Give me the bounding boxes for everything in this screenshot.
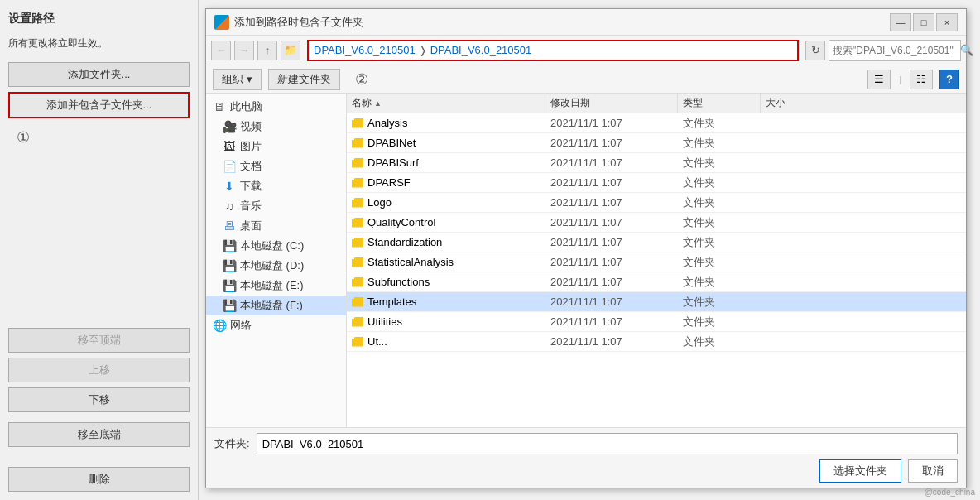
nav-item-image[interactable]: 🖼 图片 <box>206 137 346 156</box>
nav-item-network[interactable]: 🌐 网络 <box>206 315 346 335</box>
move-down-button[interactable]: 下移 <box>8 387 190 412</box>
table-row[interactable]: StatisticalAnalysis 2021/11/1 1:07 文件夹 <box>347 252 966 272</box>
move-up-button[interactable]: 上移 <box>8 358 190 382</box>
circle-label-2: ② <box>355 70 368 89</box>
file-cell-type: 文件夹 <box>678 275 761 290</box>
pc-icon: 🖥 <box>213 100 226 113</box>
file-name-text: DPABINet <box>368 137 416 149</box>
delete-button[interactable]: 删除 <box>8 467 190 492</box>
table-row[interactable]: Logo 2021/11/1 1:07 文件夹 <box>347 193 966 213</box>
file-cell-name: Subfunctions <box>347 276 545 288</box>
table-row[interactable]: Utilities 2021/11/1 1:07 文件夹 <box>347 312 966 332</box>
nav-label-image: 图片 <box>240 139 262 154</box>
nav-item-video[interactable]: 🎥 视频 <box>206 117 346 137</box>
table-row[interactable]: Ut... 2021/11/1 1:07 文件夹 <box>347 332 966 352</box>
move-bottom-button[interactable]: 移至底端 <box>8 422 190 447</box>
file-cell-date: 2021/11/1 1:07 <box>545 176 678 189</box>
select-folder-button[interactable]: 选择文件夹 <box>819 459 901 483</box>
col-header-name[interactable]: 名称 ▲ <box>347 94 545 113</box>
nav-item-music[interactable]: ♫ 音乐 <box>206 196 346 216</box>
help-button[interactable]: ? <box>939 70 959 89</box>
move-top-button[interactable]: 移至顶端 <box>8 328 190 353</box>
circle-label-1: ① <box>17 128 30 147</box>
col-header-size[interactable]: 大小 <box>761 94 827 113</box>
view-toggle-button[interactable]: ☰ <box>867 70 891 89</box>
col-header-type[interactable]: 类型 <box>678 94 761 113</box>
panel-title: 设置路径 <box>8 8 190 30</box>
add-folder-button[interactable]: 添加文件夹... <box>8 62 190 87</box>
col-header-date[interactable]: 修改日期 <box>545 94 678 113</box>
search-icon: 🔍 <box>960 44 973 56</box>
minimize-button[interactable]: — <box>890 13 911 31</box>
folder-button[interactable]: 📁 <box>281 41 300 60</box>
nav-label-diskd: 本地磁盘 (D:) <box>240 258 304 273</box>
file-cell-date: 2021/11/1 1:07 <box>545 156 678 169</box>
forward-button[interactable]: → <box>234 41 254 60</box>
nav-item-diskd[interactable]: 💾 本地磁盘 (D:) <box>206 256 346 276</box>
folder-icon <box>352 337 363 347</box>
file-cell-type: 文件夹 <box>678 255 761 270</box>
file-cell-type: 文件夹 <box>678 295 761 310</box>
file-cell-date: 2021/11/1 1:07 <box>545 335 678 348</box>
nav-item-download[interactable]: ⬇ 下载 <box>206 176 346 196</box>
nav-label-diskc: 本地磁盘 (C:) <box>240 238 304 253</box>
doc-icon: 📄 <box>223 160 236 173</box>
table-row[interactable]: Templates 2021/11/1 1:07 文件夹 <box>347 292 966 312</box>
nav-item-diske[interactable]: 💾 本地磁盘 (E:) <box>206 276 346 296</box>
close-button[interactable]: × <box>936 13 958 31</box>
maximize-button[interactable]: □ <box>913 13 934 31</box>
file-name-text: Standardization <box>368 236 442 248</box>
refresh-button[interactable]: ↻ <box>805 41 825 60</box>
folder-icon <box>352 238 363 248</box>
nav-tree: 🖥 此电脑 🎥 视频 🖼 图片 📄 文档 ⬇ 下载 ♫ 音乐 <box>206 94 347 427</box>
table-row[interactable]: DPARSF 2021/11/1 1:07 文件夹 <box>347 173 966 193</box>
diskc-icon: 💾 <box>223 239 236 252</box>
titlebar-left: 添加到路径时包含子文件夹 <box>214 15 363 30</box>
nav-label-video: 视频 <box>240 119 262 134</box>
table-row[interactable]: Subfunctions 2021/11/1 1:07 文件夹 <box>347 272 966 292</box>
nav-label-download: 下载 <box>240 179 262 194</box>
nav-toolbar: ← → ↑ 📁 DPABI_V6.0_210501 ❭ DPABI_V6.0_2… <box>206 36 966 65</box>
dialog-title: 添加到路径时包含子文件夹 <box>234 15 363 30</box>
breadcrumb-bar[interactable]: DPABI_V6.0_210501 ❭ DPABI_V6.0_210501 <box>307 40 799 61</box>
nav-item-doc[interactable]: 📄 文档 <box>206 156 346 176</box>
diskf-icon: 💾 <box>223 299 236 312</box>
table-row[interactable]: QualityControl 2021/11/1 1:07 文件夹 <box>347 213 966 233</box>
nav-item-pc[interactable]: 🖥 此电脑 <box>206 97 346 117</box>
up-button[interactable]: ↑ <box>257 41 277 60</box>
add-with-sub-button[interactable]: 添加并包含子文件夹... <box>8 92 190 118</box>
table-row[interactable]: Analysis 2021/11/1 1:07 文件夹 <box>347 113 966 133</box>
nav-item-desktop[interactable]: 🖶 桌面 <box>206 216 346 236</box>
view-details-button[interactable]: ☷ <box>910 70 933 89</box>
nav-label-diske: 本地磁盘 (E:) <box>240 278 304 293</box>
folder-icon <box>352 218 363 228</box>
table-row[interactable]: DPABINet 2021/11/1 1:07 文件夹 <box>347 133 966 153</box>
diskd-icon: 💾 <box>223 259 236 272</box>
file-cell-type: 文件夹 <box>678 215 761 230</box>
nav-label-doc: 文档 <box>240 159 262 174</box>
file-cell-type: 文件夹 <box>678 315 761 329</box>
file-cell-type: 文件夹 <box>678 116 761 131</box>
search-input[interactable] <box>833 45 957 56</box>
filename-label: 文件夹: <box>214 436 250 451</box>
file-cell-name: Logo <box>347 196 545 209</box>
cancel-button[interactable]: 取消 <box>908 459 958 483</box>
nav-item-diskc[interactable]: 💾 本地磁盘 (C:) <box>206 236 346 256</box>
file-cell-name: DPARSF <box>347 176 545 189</box>
search-box: 🔍 <box>829 40 961 61</box>
table-row[interactable]: Standardization 2021/11/1 1:07 文件夹 <box>347 233 966 252</box>
file-name-text: QualityControl <box>368 216 435 228</box>
breadcrumb-part2: DPABI_V6.0_210501 <box>430 44 532 56</box>
organize-button[interactable]: 组织 ▾ <box>213 69 262 90</box>
file-name-text: Subfunctions <box>368 276 430 288</box>
filename-row: 文件夹: <box>214 433 958 454</box>
network-icon: 🌐 <box>213 319 226 332</box>
table-row[interactable]: DPABISurf 2021/11/1 1:07 文件夹 <box>347 153 966 173</box>
filename-input[interactable] <box>257 433 958 454</box>
nav-item-diskf[interactable]: 💾 本地磁盘 (F:) <box>206 296 346 315</box>
file-cell-type: 文件夹 <box>678 334 761 349</box>
nav-label-music: 音乐 <box>240 199 262 214</box>
new-folder-button[interactable]: 新建文件夹 <box>268 69 340 90</box>
back-button[interactable]: ← <box>211 41 231 60</box>
move-buttons-group: 移至顶端 上移 下移 移至底端 <box>8 328 190 452</box>
